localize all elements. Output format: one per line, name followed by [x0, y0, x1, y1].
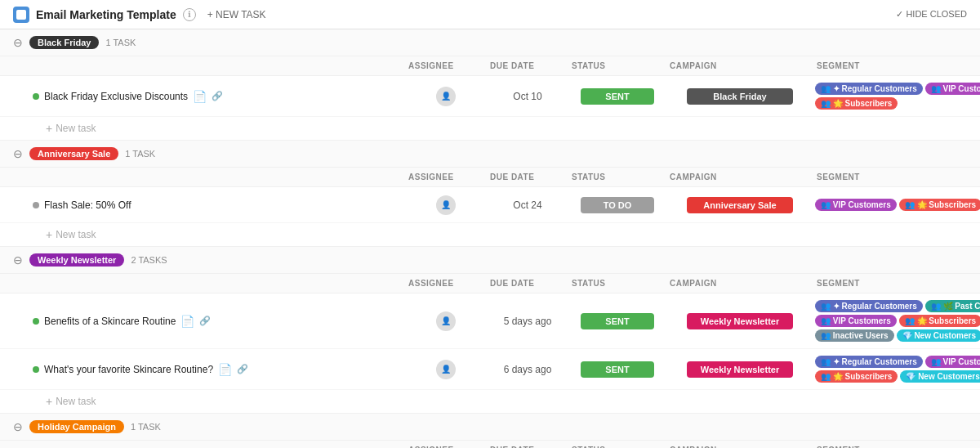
table-container: ⊖Black Friday1 TASKASSIGNEEDUE DATESTATU…: [0, 29, 980, 448]
campaign-badge[interactable]: Weekly Newsletter: [687, 313, 793, 329]
segment-tag[interactable]: 👥 VIP Customers: [925, 83, 980, 95]
task-name-label[interactable]: What's your favorite Skincare Routine?: [44, 364, 213, 375]
group-badge-weekly-newsletter[interactable]: Weekly Newsletter: [29, 253, 124, 267]
group-toggle-holiday-campaign[interactable]: ⊖: [13, 420, 23, 433]
campaign-cell[interactable]: Anniversary Sale: [666, 197, 813, 213]
assignee-avatar[interactable]: 👤: [436, 311, 456, 331]
segment-cell: 👥 ✦ Regular Customers👥 VIP Customers👥 🌟 …: [813, 81, 980, 111]
task-doc-icon[interactable]: 📄: [180, 315, 194, 328]
group-task-count-holiday-campaign: 1 TASK: [131, 422, 161, 432]
campaign-badge[interactable]: Black Friday: [687, 88, 793, 105]
segment-tag[interactable]: 👥 ✦ Regular Customers: [815, 83, 923, 95]
col-header-3: STATUS: [568, 277, 666, 289]
task-status-dot: [33, 318, 39, 325]
status-cell[interactable]: SENT: [568, 361, 666, 378]
segment-tag[interactable]: 👥 ✦ Regular Customers: [815, 300, 923, 312]
task-doc-icon[interactable]: 📄: [218, 363, 232, 376]
new-task-button[interactable]: + NEW TASK: [203, 7, 271, 22]
segment-tag[interactable]: 💎 New Customers: [897, 329, 980, 342]
col-header-0: [13, 60, 405, 72]
group-task-count-weekly-newsletter: 2 TASKS: [131, 255, 167, 265]
new-task-label[interactable]: New task: [56, 229, 96, 240]
task-row: Black Friday Exclusive Discounts📄🔗👤Oct 1…: [0, 76, 980, 117]
status-badge[interactable]: TO DO: [581, 197, 654, 213]
new-task-label[interactable]: New task: [56, 123, 96, 134]
group-task-count-anniversary-sale: 1 TASK: [125, 149, 155, 159]
col-header-3: STATUS: [568, 60, 666, 72]
segment-cell: 👥 VIP Customers👥 🌟 Subscribers: [813, 197, 980, 213]
new-task-label[interactable]: New task: [56, 396, 96, 407]
task-name-cell: Flash Sale: 50% Off: [13, 199, 405, 211]
campaign-cell[interactable]: Black Friday: [666, 88, 813, 105]
status-cell[interactable]: TO DO: [568, 197, 666, 213]
task-doc-icon[interactable]: 📄: [193, 90, 207, 103]
col-header-1: ASSIGNEE: [405, 277, 487, 289]
task-row: What's your favorite Skincare Routine?📄🔗…: [0, 349, 980, 390]
new-task-row-black-friday[interactable]: + New task: [0, 117, 980, 140]
task-name-cell: What's your favorite Skincare Routine?📄🔗: [13, 363, 405, 376]
segment-tag[interactable]: 👥 VIP Customers: [815, 199, 897, 211]
new-task-row-weekly-newsletter[interactable]: + New task: [0, 390, 980, 413]
segment-tag[interactable]: 👥 ✦ Regular Customers: [815, 356, 923, 368]
group-toggle-black-friday[interactable]: ⊖: [13, 36, 23, 49]
group-task-count-black-friday: 1 TASK: [105, 38, 136, 47]
task-name-label[interactable]: Flash Sale: 50% Off: [44, 199, 131, 211]
col-header-2: DUE DATE: [487, 444, 568, 448]
segment-tag[interactable]: 👥 VIP Customers: [815, 315, 897, 327]
assignee-avatar[interactable]: 👤: [436, 87, 456, 106]
segment-tag[interactable]: 👥 Inactive Users: [815, 329, 894, 342]
col-header-2: DUE DATE: [487, 277, 568, 289]
group-header-anniversary-sale: ⊖Anniversary Sale1 TASK: [0, 141, 980, 168]
task-status-dot: [33, 366, 39, 373]
top-bar: Email Marketing Template ℹ + NEW TASK ✓ …: [0, 0, 980, 29]
group-holiday-campaign: ⊖Holiday Campaign1 TASKASSIGNEEDUE DATES…: [0, 414, 980, 448]
task-name-label[interactable]: Black Friday Exclusive Discounts: [44, 91, 188, 102]
task-link-icon[interactable]: 🔗: [199, 316, 211, 326]
col-header-5: SEGMENT: [813, 277, 980, 289]
status-badge[interactable]: SENT: [581, 88, 654, 105]
segment-tag[interactable]: 👥 🌟 Subscribers: [899, 199, 980, 211]
task-link-icon[interactable]: 🔗: [237, 364, 248, 374]
group-badge-holiday-campaign[interactable]: Holiday Campaign: [29, 420, 124, 433]
status-cell[interactable]: SENT: [568, 88, 666, 105]
group-toggle-anniversary-sale[interactable]: ⊖: [13, 147, 23, 160]
group-badge-black-friday[interactable]: Black Friday: [29, 36, 99, 49]
assignee-avatar[interactable]: 👤: [436, 195, 456, 215]
status-cell[interactable]: SENT: [568, 313, 666, 329]
info-icon[interactable]: ℹ: [183, 8, 196, 21]
col-header-3: STATUS: [568, 444, 666, 448]
task-status-dot: [33, 93, 39, 100]
page-title: Email Marketing Template: [36, 8, 176, 21]
task-row: Flash Sale: 50% Off👤Oct 24TO DOAnniversa…: [0, 187, 980, 223]
status-badge[interactable]: SENT: [581, 313, 654, 329]
col-header-1: ASSIGNEE: [405, 60, 487, 72]
segment-tag[interactable]: 👥 🌟 Subscribers: [899, 315, 980, 327]
segment-tag[interactable]: 👥 VIP Customers: [925, 356, 980, 368]
assignee-avatar[interactable]: 👤: [436, 360, 456, 379]
campaign-badge[interactable]: Weekly Newsletter: [687, 361, 793, 378]
group-toggle-weekly-newsletter[interactable]: ⊖: [13, 253, 23, 267]
segment-tag[interactable]: 👥 🌟 Subscribers: [815, 97, 898, 110]
segment-tag[interactable]: 👥 🌟 Subscribers: [815, 370, 898, 383]
status-badge[interactable]: SENT: [581, 361, 654, 378]
col-header-0: [13, 171, 405, 183]
segment-tag[interactable]: 💎 New Customers: [900, 370, 980, 383]
group-anniversary-sale: ⊖Anniversary Sale1 TASKASSIGNEEDUE DATES…: [0, 141, 980, 247]
col-header-3: STATUS: [568, 171, 666, 183]
task-name-label[interactable]: Benefits of a Skincare Routine: [44, 316, 176, 327]
plus-icon: +: [46, 122, 52, 135]
segment-tag[interactable]: 👥 🌿 Past Customers: [925, 300, 980, 312]
new-task-row-anniversary-sale[interactable]: + New task: [0, 223, 980, 246]
campaign-cell[interactable]: Weekly Newsletter: [666, 313, 813, 329]
col-header-0: [13, 444, 405, 448]
task-link-icon[interactable]: 🔗: [212, 91, 223, 101]
campaign-badge[interactable]: Anniversary Sale: [687, 197, 793, 213]
hide-closed-button[interactable]: ✓ HIDE CLOSED: [896, 9, 967, 20]
task-name-cell: Benefits of a Skincare Routine📄🔗: [13, 315, 405, 328]
plus-icon: +: [46, 228, 52, 241]
col-header-2: DUE DATE: [487, 171, 568, 183]
campaign-cell[interactable]: Weekly Newsletter: [666, 361, 813, 378]
group-header-black-friday: ⊖Black Friday1 TASK: [0, 29, 980, 56]
task-name-cell: Black Friday Exclusive Discounts📄🔗: [13, 90, 405, 103]
group-badge-anniversary-sale[interactable]: Anniversary Sale: [29, 147, 118, 160]
